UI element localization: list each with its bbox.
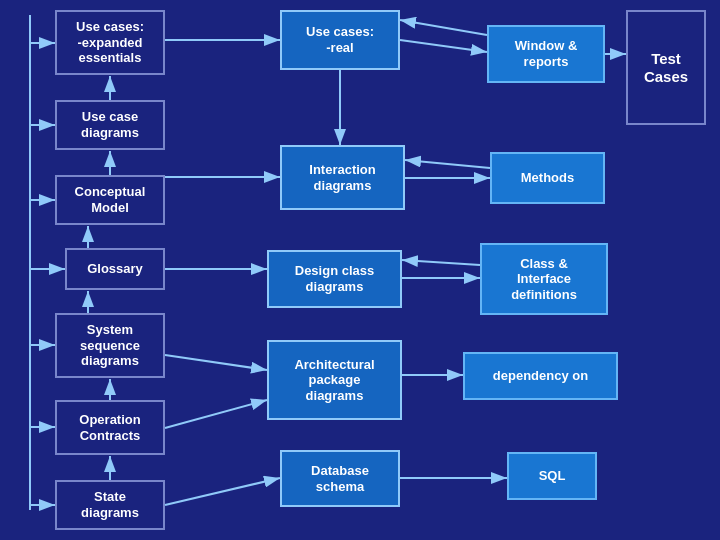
svg-line-20: [165, 400, 267, 428]
class-interface-box: Class &Interfacedefinitions: [480, 243, 608, 315]
methods-box: Methods: [490, 152, 605, 204]
use-cases-expanded-box: Use cases: -expanded essentials: [55, 10, 165, 75]
operation-contracts-box: OperationContracts: [55, 400, 165, 455]
svg-line-23: [400, 40, 487, 52]
sql-box: SQL: [507, 452, 597, 500]
svg-line-21: [165, 478, 280, 505]
svg-line-24: [400, 20, 487, 35]
state-diagrams-box: Statediagrams: [55, 480, 165, 530]
window-reports-box: Window &reports: [487, 25, 605, 83]
dependency-on-box: dependency on: [463, 352, 618, 400]
design-class-diagrams-box: Design classdiagrams: [267, 250, 402, 308]
conceptual-model-box: ConceptualModel: [55, 175, 165, 225]
interaction-diagrams-box: Interactiondiagrams: [280, 145, 405, 210]
use-case-diagrams-box: Use casediagrams: [55, 100, 165, 150]
system-sequence-box: Systemsequencediagrams: [55, 313, 165, 378]
test-cases-box: TestCases: [626, 10, 706, 125]
use-cases-real-box: Use cases:-real: [280, 10, 400, 70]
svg-line-19: [165, 355, 267, 370]
diagram-container: Use cases: -expanded essentials Use case…: [0, 0, 720, 540]
svg-line-26: [405, 160, 490, 168]
architectural-package-box: Architecturalpackagediagrams: [267, 340, 402, 420]
database-schema-box: Databaseschema: [280, 450, 400, 507]
svg-line-28: [402, 260, 480, 265]
glossary-box: Glossary: [65, 248, 165, 290]
